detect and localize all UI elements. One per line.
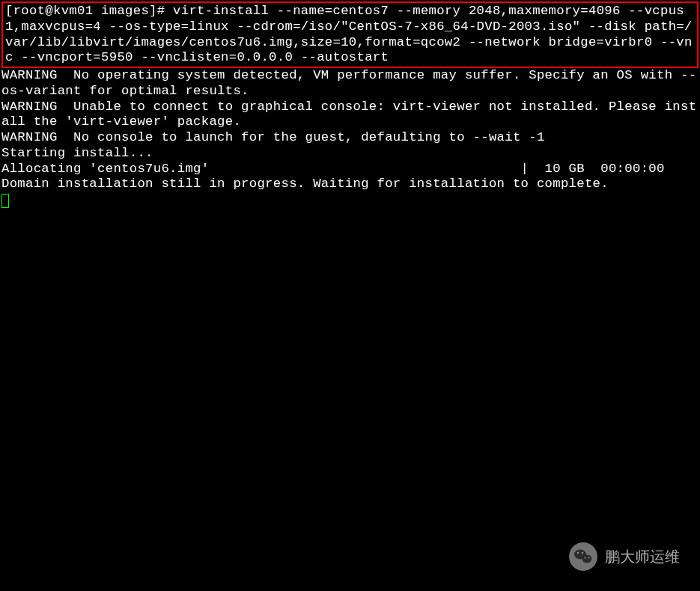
terminal-cursor [1,194,9,208]
command-line: [root@kvm01 images]# virt-install --name… [5,4,695,66]
watermark: 鹏大师运维 [569,542,680,571]
highlighted-command-box: [root@kvm01 images]# virt-install --name… [1,1,699,68]
warning-line-3: WARNING No console to launch for the gue… [1,130,699,146]
svg-point-2 [582,552,583,554]
starting-install-line: Starting install... [1,146,699,162]
svg-point-3 [582,555,592,563]
terminal-window[interactable]: [root@kvm01 images]# virt-install --name… [1,1,699,590]
svg-point-1 [577,552,579,554]
cursor-line [1,192,699,208]
domain-progress-line: Domain installation still in progress. W… [1,177,699,192]
wechat-icon [569,542,597,571]
svg-point-5 [588,557,590,559]
svg-point-4 [585,557,586,559]
allocating-line: Allocating 'centos7u6.img' | 10 GB 00:00… [1,162,699,177]
warning-line-2: WARNING Unable to connect to graphical c… [1,99,699,131]
warning-line-1: WARNING No operating system detected, VM… [1,68,699,99]
watermark-text: 鹏大师运维 [605,548,680,566]
shell-prompt: [root@kvm01 images]# [5,4,173,18]
